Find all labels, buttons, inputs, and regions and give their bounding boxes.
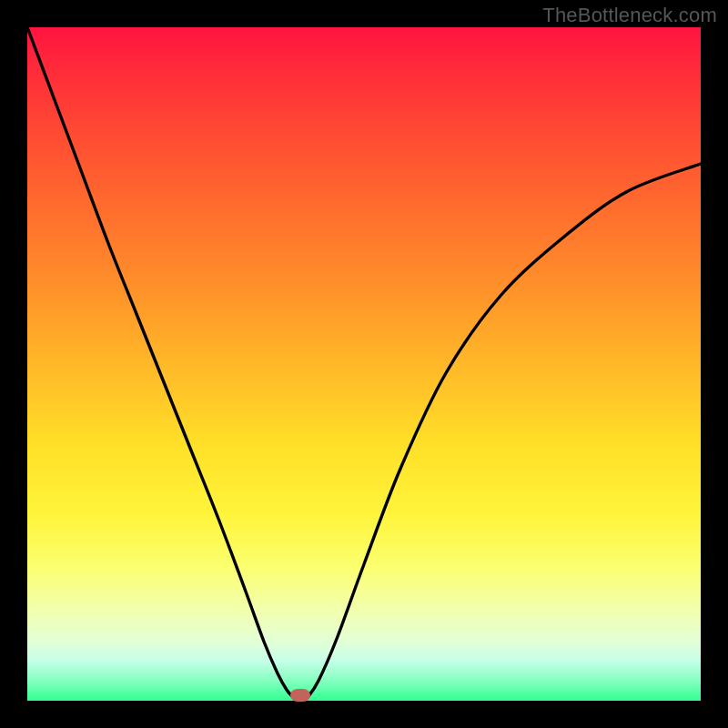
min-point-marker [290, 689, 310, 702]
chart-frame: TheBottleneck.com [0, 0, 728, 728]
bottleneck-curve [27, 27, 701, 701]
plot-area [27, 27, 701, 701]
watermark-label: TheBottleneck.com [542, 4, 717, 27]
